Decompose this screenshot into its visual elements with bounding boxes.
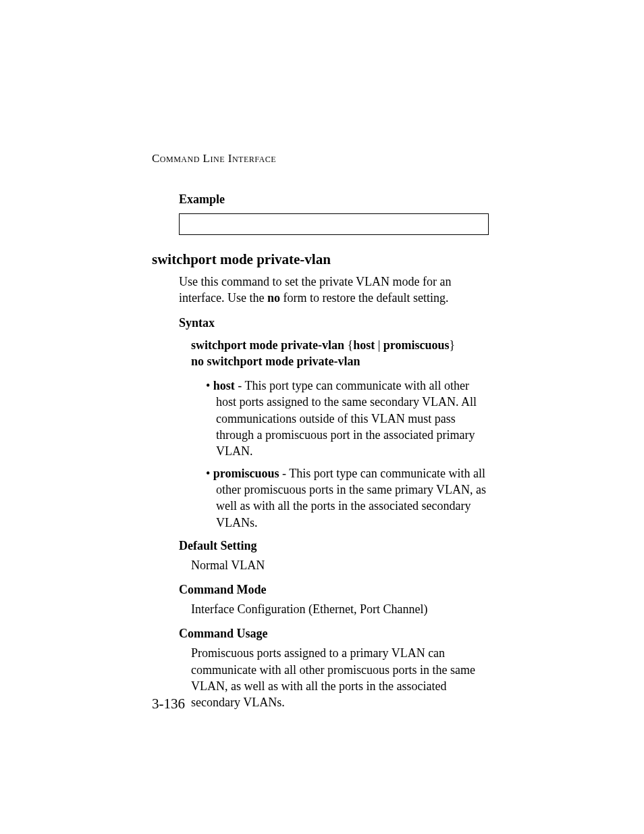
example-code-box [179,213,489,235]
mode-value: Interface Configuration (Ethernet, Port … [191,601,489,617]
syntax-heading: Syntax [179,316,489,330]
syntax-line-1: switchport mode private-vlan {host | pro… [191,337,489,353]
mode-heading: Command Mode [179,583,489,597]
usage-heading: Command Usage [179,627,489,641]
intro-paragraph: Use this command to set the private VLAN… [179,273,489,307]
default-value: Normal VLAN [191,557,489,573]
option-term-host: host [213,379,235,392]
example-block: Example [179,192,489,235]
intro-text-2: form to restore the default setting. [280,291,448,305]
syntax-brace-open: { [344,338,353,352]
syntax-block: switchport mode private-vlan {host | pro… [191,337,489,370]
usage-text: Promiscuous ports assigned to a primary … [191,645,489,710]
list-item: promiscuous - This port type can communi… [206,465,489,531]
option-desc-host: - This port type can communicate with al… [216,379,477,458]
syntax-brace-close: } [449,338,455,352]
intro-bold-no: no [267,291,280,305]
section-body: Use this command to set the private VLAN… [179,273,489,711]
syntax-cmd: switchport mode private-vlan [191,338,344,352]
syntax-pipe: | [375,338,383,352]
syntax-opt-promiscuous: promiscuous [383,338,450,352]
page-number: 3-136 [152,696,185,712]
syntax-opt-host: host [353,338,375,352]
page: Command Line Interface Example switchpor… [0,0,644,711]
options-list: host - This port type can communicate wi… [206,377,489,531]
default-heading: Default Setting [179,539,489,553]
option-term-promiscuous: promiscuous [213,467,279,480]
syntax-line-2: no switchport mode private-vlan [191,353,489,369]
example-heading: Example [179,192,489,207]
running-header: Command Line Interface [152,152,489,165]
section-title: switchport mode private-vlan [152,251,489,268]
list-item: host - This port type can communicate wi… [206,377,489,459]
